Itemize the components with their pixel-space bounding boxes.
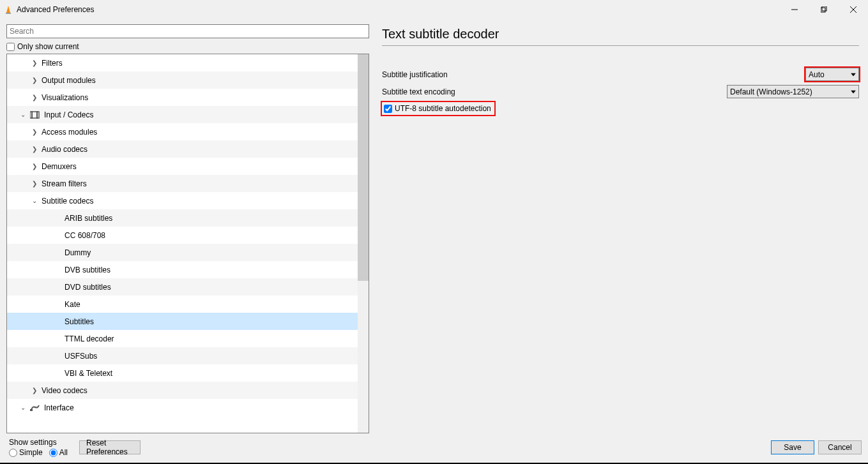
tree-item-ttml[interactable]: TTML decoder bbox=[7, 330, 358, 347]
minimize-button[interactable] bbox=[780, 0, 809, 19]
panel-title: Text subtitle decoder bbox=[382, 24, 859, 45]
chevron-right-icon: ❯ bbox=[30, 59, 39, 66]
chevron-down-icon: ⌄ bbox=[19, 404, 27, 411]
svg-rect-9 bbox=[36, 111, 38, 119]
svg-rect-1 bbox=[6, 13, 11, 14]
only-show-current-box[interactable] bbox=[6, 43, 15, 51]
svg-rect-8 bbox=[31, 111, 33, 119]
settings-panel: Text subtitle decoder Subtitle justifica… bbox=[382, 24, 862, 433]
reset-preferences-button[interactable]: Reset Preferences bbox=[79, 440, 141, 454]
encoding-label: Subtitle text encoding bbox=[382, 87, 727, 96]
only-show-current-checkbox[interactable]: Only show current bbox=[6, 42, 369, 51]
main-area: Only show current ❯Filters ❯Output modul… bbox=[0, 19, 868, 433]
vlc-cone-icon bbox=[4, 5, 13, 14]
chevron-right-icon: ❯ bbox=[30, 146, 39, 153]
footer: Show settings Simple All Reset Preferenc… bbox=[0, 433, 868, 464]
justification-row: Subtitle justification Auto bbox=[382, 68, 859, 81]
tree-item-subtitles[interactable]: Subtitles bbox=[7, 313, 358, 330]
chevron-right-icon: ❯ bbox=[30, 77, 39, 84]
tree-item-access-modules[interactable]: ❯Access modules bbox=[7, 123, 358, 140]
left-pane: Only show current ❯Filters ❯Output modul… bbox=[6, 24, 369, 433]
svg-marker-12 bbox=[851, 90, 856, 93]
show-settings-group: Show settings Simple All bbox=[9, 438, 68, 457]
encoding-value: Default (Windows-1252) bbox=[730, 87, 812, 96]
justification-label: Subtitle justification bbox=[382, 70, 805, 79]
chevron-right-icon: ❯ bbox=[30, 128, 39, 135]
scrollbar[interactable] bbox=[358, 54, 369, 433]
close-button[interactable] bbox=[839, 0, 868, 19]
tree-item-output-modules[interactable]: ❯Output modules bbox=[7, 71, 358, 89]
radio-all[interactable]: All bbox=[49, 448, 68, 457]
category-tree: ❯Filters ❯Output modules ❯Visualizations… bbox=[6, 54, 369, 433]
utf8-autodetect-checkbox[interactable]: UTF-8 subtitle autodetection bbox=[382, 102, 494, 115]
caret-down-icon bbox=[851, 73, 856, 76]
show-settings-label: Show settings bbox=[9, 438, 68, 447]
tree-item-dvd[interactable]: DVD subtitles bbox=[7, 278, 358, 296]
chevron-down-icon: ⌄ bbox=[30, 197, 39, 204]
tree-item-cc608[interactable]: CC 608/708 bbox=[7, 227, 358, 244]
radio-simple[interactable]: Simple bbox=[9, 448, 43, 457]
tree-item-filters[interactable]: ❯Filters bbox=[7, 54, 358, 71]
tree-item-interface[interactable]: ⌄ Interface bbox=[7, 399, 358, 416]
tree-item-vbi[interactable]: VBI & Teletext bbox=[7, 364, 358, 382]
window-title: Advanced Preferences bbox=[17, 5, 780, 14]
tree-item-dummy[interactable]: Dummy bbox=[7, 244, 358, 261]
svg-rect-3 bbox=[821, 8, 825, 12]
interface-icon bbox=[30, 405, 40, 411]
svg-rect-4 bbox=[822, 6, 826, 11]
tree-item-video-codecs[interactable]: ❯Video codecs bbox=[7, 382, 358, 399]
chevron-right-icon: ❯ bbox=[30, 163, 39, 170]
utf8-autodetect-box[interactable] bbox=[384, 105, 392, 113]
save-button[interactable]: Save bbox=[771, 440, 814, 454]
maximize-button[interactable] bbox=[809, 0, 839, 19]
tree-item-input-codecs[interactable]: ⌄ Input / Codecs bbox=[7, 106, 358, 123]
chevron-right-icon: ❯ bbox=[30, 180, 39, 187]
scrollbar-thumb[interactable] bbox=[358, 54, 369, 281]
tree-item-audio-codecs[interactable]: ❯Audio codecs bbox=[7, 140, 358, 158]
tree-item-kate[interactable]: Kate bbox=[7, 296, 358, 313]
tree-item-arib[interactable]: ARIB subtitles bbox=[7, 209, 358, 227]
utf8-autodetect-label: UTF-8 subtitle autodetection bbox=[395, 104, 491, 113]
tree-item-subtitle-codecs[interactable]: ⌄Subtitle codecs bbox=[7, 192, 358, 209]
encoding-row: Subtitle text encoding Default (Windows-… bbox=[382, 85, 859, 98]
tree-item-dvb[interactable]: DVB subtitles bbox=[7, 261, 358, 278]
only-show-current-label: Only show current bbox=[17, 42, 79, 51]
chevron-right-icon: ❯ bbox=[30, 387, 39, 394]
justification-value: Auto bbox=[809, 70, 825, 79]
svg-marker-0 bbox=[6, 6, 10, 13]
tree-item-stream-filters[interactable]: ❯Stream filters bbox=[7, 175, 358, 192]
svg-rect-10 bbox=[30, 409, 33, 411]
advanced-preferences-window: Advanced Preferences Only show current ❯… bbox=[0, 0, 868, 464]
tree-item-visualizations[interactable]: ❯Visualizations bbox=[7, 89, 358, 106]
input-codecs-icon bbox=[30, 111, 40, 119]
justification-select[interactable]: Auto bbox=[805, 68, 859, 81]
titlebar: Advanced Preferences bbox=[0, 0, 868, 19]
search-input[interactable] bbox=[6, 24, 369, 38]
cancel-button[interactable]: Cancel bbox=[818, 440, 862, 454]
chevron-right-icon: ❯ bbox=[30, 94, 39, 101]
tree-item-usf[interactable]: USFSubs bbox=[7, 347, 358, 364]
divider bbox=[382, 45, 859, 46]
caret-down-icon bbox=[851, 90, 856, 93]
tree-item-demuxers[interactable]: ❯Demuxers bbox=[7, 158, 358, 175]
svg-marker-11 bbox=[851, 73, 856, 76]
chevron-down-icon: ⌄ bbox=[19, 111, 27, 118]
encoding-select[interactable]: Default (Windows-1252) bbox=[727, 85, 859, 98]
